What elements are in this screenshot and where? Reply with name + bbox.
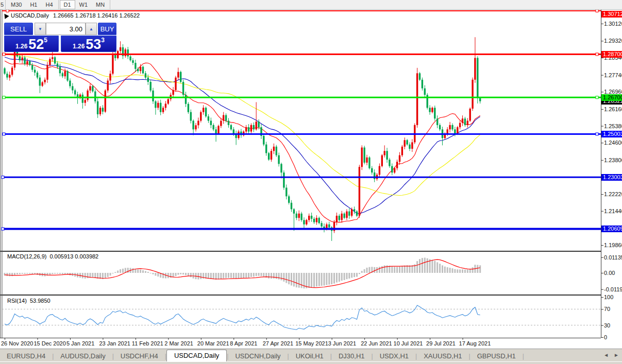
volume-decrease-button[interactable]: ▼ (35, 23, 46, 35)
buy-price-big: 53 (86, 38, 101, 51)
timeframe-button-mn[interactable]: MN (92, 0, 109, 9)
toolbar-separator (110, 0, 110, 9)
price-scale-label: 1.23800 (604, 157, 621, 164)
tabs-scroll-right-icon[interactable]: ► (614, 352, 619, 358)
rsi-tick (601, 325, 603, 326)
macd-pane-border (0, 251, 601, 252)
rsi-tick (601, 309, 603, 309)
date-tick (233, 338, 234, 340)
chart-canvas[interactable] (0, 0, 622, 364)
price-tick (601, 160, 603, 161)
price-tick (601, 143, 603, 143)
rsi-scale-label: 100 (604, 294, 621, 301)
hline-price-badge: 1.20609 (601, 226, 622, 232)
timeframe-button-partial[interactable]: 5 (0, 2, 4, 8)
price-tick (601, 58, 603, 58)
tab-USDCNH-Daily[interactable]: USDCNH,Daily (228, 351, 287, 362)
date-tick (168, 338, 169, 340)
tab-USDCAD-Daily[interactable]: USDCAD,Daily (166, 350, 227, 362)
price-tick (601, 194, 603, 195)
date-axis-label: 15 May 2021 (295, 340, 328, 347)
tab-EURUSD-H4[interactable]: EURUSD,H4 (0, 351, 52, 362)
date-tick (463, 338, 463, 340)
price-scale-label: 1.21440 (604, 208, 621, 215)
tab-DJ30-H1[interactable]: DJ30,H1 (332, 351, 372, 362)
status-strip (0, 361, 622, 364)
price-tick (601, 24, 603, 24)
buy-button[interactable]: BUY (98, 23, 116, 35)
buy-price-sup: 3 (101, 37, 105, 44)
sell-price-sup: 5 (44, 37, 47, 44)
price-scale-label: 1.26160 (604, 106, 621, 113)
rsi-tick (601, 337, 603, 338)
sell-button[interactable]: SELL (4, 23, 33, 35)
hline-anchor (6, 10, 9, 12)
buy-price-quote[interactable]: 1.26 53 3 (61, 36, 116, 52)
rsi-name: RSI(14) (7, 298, 27, 304)
macd-scale-label: 0.01135 (604, 254, 622, 261)
horizontal-line-1.30712 (2, 10, 601, 11)
tab-separator: | (523, 353, 524, 362)
hline-price-badge: 1.26700 (601, 94, 622, 101)
cursor-arrow-icon (2, 12, 9, 19)
date-tick (266, 338, 267, 340)
tabs-scroll-left-icon[interactable]: ◄ (603, 352, 609, 358)
date-tick (299, 338, 299, 340)
timeframe-button-h4[interactable]: H4 (41, 0, 57, 9)
date-axis-label: 15 Dec 2020 (33, 340, 65, 347)
sell-price-quote[interactable]: 1.26 52 5 (4, 36, 59, 52)
date-axis-label: 3 Jun 2021 (328, 340, 356, 347)
macd-histogram (4, 258, 481, 289)
price-tick (601, 41, 603, 41)
timeframe-button-w1[interactable]: W1 (75, 0, 92, 9)
date-tick (397, 338, 398, 340)
tab-USDX-H1[interactable]: USDX,H1 (373, 351, 415, 362)
tab-UKOil-H1[interactable]: UKOil,H1 (289, 351, 330, 362)
volume-input[interactable] (46, 23, 86, 35)
horizontal-line-1.26700 (2, 97, 601, 98)
date-tick (37, 338, 38, 340)
rsi-line (5, 305, 480, 330)
hline-anchor (3, 133, 5, 135)
date-axis-label: 27 Apr 2021 (263, 340, 293, 347)
chart-symbol-timeframe: USDCAD,Daily (11, 12, 49, 19)
date-axis-label: 17 Aug 2021 (459, 340, 491, 347)
price-scale-label: 1.24600 (604, 140, 621, 146)
date-tick (136, 338, 136, 340)
chart-ohlc-readout: 1.26665 1.26718 1.26416 1.26522 (53, 12, 140, 19)
tab-AUDUSD-Daily[interactable]: AUDUSD,Daily (54, 351, 112, 362)
date-axis-label: 2 Mar 2021 (164, 340, 193, 347)
hline-anchor (2, 228, 4, 230)
tab-XAUUSD-H1[interactable]: XAUUSD,H1 (417, 351, 468, 362)
hline-anchor (596, 133, 598, 135)
horizontal-line-1.20609 (2, 228, 601, 230)
macd-tick (601, 289, 603, 290)
timeframe-button-d1[interactable]: D1 (60, 0, 75, 9)
date-axis-label: 10 Jul 2021 (394, 340, 423, 347)
price-tick (601, 92, 603, 92)
hline-price-badge: 1.30712 (601, 11, 622, 18)
price-scale-label: 1.22220 (604, 191, 621, 198)
date-tick (70, 338, 71, 340)
date-axis-label: 22 Jun 2021 (361, 340, 392, 347)
price-tick (601, 126, 603, 127)
volume-increase-button[interactable]: ▲ (86, 23, 97, 35)
hline-anchor (3, 96, 5, 99)
timeframe-button-m30[interactable]: M30 (7, 0, 26, 9)
timeframe-button-h1[interactable]: H1 (26, 0, 41, 9)
chart-tab-bar: EURUSD,H4|AUDUSD,Daily|USDCHF,H4|USDCAD,… (0, 349, 622, 362)
hline-price-badge: 1.25003 (601, 131, 622, 137)
date-tick (332, 338, 332, 340)
chart-title: USDCAD,Daily 1.26665 1.26718 1.26416 1.2… (3, 12, 140, 19)
price-tick (601, 109, 603, 110)
rsi-scale-label: 70 (604, 306, 621, 313)
tab-GBPUSD-H1[interactable]: GBPUSD,H1 (470, 351, 523, 362)
hline-anchor (596, 53, 598, 56)
hline-anchor (2, 176, 4, 179)
date-tick (201, 338, 201, 340)
hline-anchor (3, 53, 5, 56)
date-axis-label: 26 Nov 2020 (1, 340, 33, 347)
toolbar-separator (5, 0, 6, 9)
tab-USDCHF-H4[interactable]: USDCHF,H4 (114, 351, 165, 362)
rsi-readout: 53.9850 (30, 298, 51, 304)
